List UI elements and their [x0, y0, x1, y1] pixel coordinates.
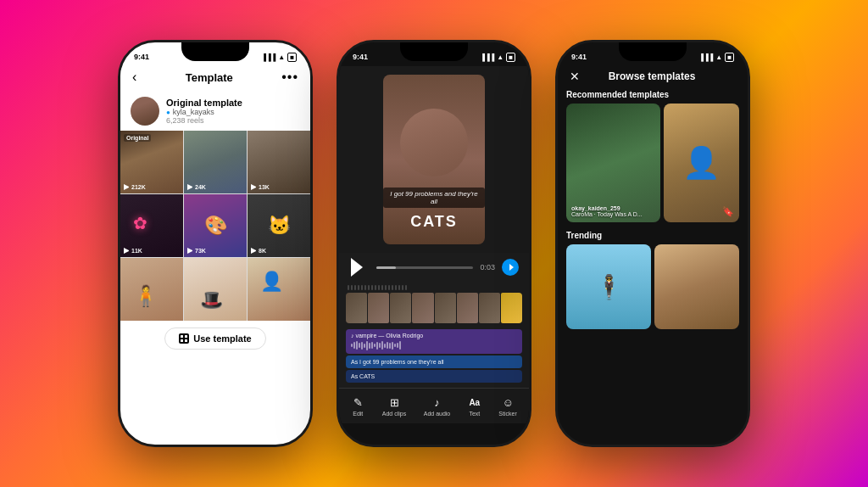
wifi-icon-right: ▲: [715, 53, 722, 61]
template-info: Original template ● kyla_kayaks 6,238 re…: [166, 98, 242, 125]
play-icon: [124, 184, 130, 190]
toolbar-add-audio[interactable]: ♪ Add audio: [424, 395, 451, 417]
battery-icon: ■: [287, 53, 297, 62]
template-icon: [179, 333, 189, 344]
grid-cell-6[interactable]: 🐱 8K: [248, 194, 310, 257]
grid-cell-8[interactable]: 🎩: [184, 258, 247, 321]
cell-views-6: 8K: [251, 248, 266, 254]
grid-cell-1[interactable]: Original 212K: [120, 131, 183, 193]
status-icons-right: ▐▐▐ ▲ ■: [698, 53, 734, 62]
audio-track-2[interactable]: As I got 99 problems one they're all: [346, 355, 522, 368]
avatar-image: [131, 97, 159, 126]
edit-icon: ✎: [351, 395, 364, 409]
play-icon: [124, 248, 130, 254]
clip-chunk-yellow: [501, 293, 522, 323]
back-button[interactable]: ‹: [132, 70, 136, 85]
cell-views-2: 24K: [187, 184, 206, 190]
notch-mid: [400, 42, 468, 61]
wifi-icon-mid: ▲: [497, 53, 504, 61]
add-clips-label: Add clips: [382, 411, 406, 417]
clip-chunk-3: [390, 293, 411, 323]
svg-rect-3: [185, 339, 187, 342]
cell-views-3: 13K: [251, 184, 270, 190]
grid-cell-3[interactable]: 13K: [248, 131, 310, 193]
video-text-overlay: I got 99 problems and they're all: [383, 188, 485, 208]
recommended-video-row: okay_kaiden_259 CaroMa · Today Was A D..…: [566, 104, 739, 222]
sticker-icon: ☺: [501, 395, 515, 409]
clip-chunk-7: [479, 293, 500, 323]
grid-cell-7[interactable]: 🧍: [120, 258, 183, 321]
rec-cell-2[interactable]: 👤 🔖: [664, 104, 739, 222]
trending-cell-1[interactable]: 🕴: [566, 244, 651, 329]
signal-icon-right: ▐▐▐: [698, 53, 713, 61]
next-button[interactable]: [502, 259, 519, 276]
audio-waveform-1: [351, 340, 517, 350]
text-label: Text: [469, 411, 480, 417]
signal-icon: ▐▐▐: [261, 53, 275, 61]
sticker-label: Sticker: [498, 411, 516, 417]
rec-cell-1[interactable]: okay_kaiden_259 CaroMa · Today Was A D..…: [566, 104, 660, 222]
notch-right: [619, 42, 687, 61]
cell-label-original: Original: [124, 134, 151, 142]
text-icon: Aa: [468, 395, 481, 409]
play-icon: [187, 248, 193, 254]
clip-chunk-2: [368, 293, 389, 323]
play-button[interactable]: [351, 258, 370, 277]
more-button[interactable]: •••: [281, 70, 298, 85]
toolbar-edit[interactable]: ✎ Edit: [351, 395, 364, 417]
clip-strip: [346, 293, 522, 323]
grid-cell-5[interactable]: 🎨 73K: [184, 194, 247, 257]
clip-timeline[interactable]: [339, 282, 529, 329]
bookmark-icon[interactable]: 🔖: [722, 206, 734, 217]
add-audio-label: Add audio: [424, 411, 451, 417]
trending-figure-1: 🕴: [566, 244, 651, 329]
wifi-icon: ▲: [278, 53, 285, 61]
use-template-button[interactable]: Use template: [164, 327, 265, 350]
original-template-label: Original template: [166, 98, 242, 108]
reels-count: 6,238 reels: [166, 116, 242, 125]
audio-track-1[interactable]: ♪ vampire — Olivia Rodrigo: [346, 329, 522, 354]
right-phone: 9:41 ▐▐▐ ▲ ■ ✕ Browse templates Recommen…: [555, 40, 750, 447]
battery-icon-mid: ■: [506, 53, 515, 62]
play-icon: [251, 248, 257, 254]
creator-username: ● kyla_kayaks: [166, 108, 242, 116]
cell-views-5: 73K: [187, 248, 206, 254]
toolbar-text[interactable]: Aa Text: [468, 395, 481, 417]
toolbar-add-clips[interactable]: ⊞ Add clips: [382, 395, 406, 417]
clip-chunk-6: [457, 293, 478, 323]
timeline-bar[interactable]: [376, 266, 473, 269]
timeline-progress: [376, 266, 396, 269]
timeline-ticks: [346, 285, 522, 290]
left-phone: 9:41 ▐▐▐ ▲ ■ ‹ Template ••• Original tem…: [118, 40, 313, 447]
status-icons-mid: ▐▐▐ ▲ ■: [480, 53, 515, 62]
original-template-row[interactable]: Original template ● kyla_kayaks 6,238 re…: [120, 92, 310, 131]
trending-row: 🕴: [566, 244, 739, 329]
status-time-right: 9:41: [571, 53, 587, 61]
close-button[interactable]: ✕: [570, 70, 580, 83]
toolbar-sticker[interactable]: ☺ Sticker: [498, 395, 516, 417]
rec-username: okay_kaiden_259 CaroMa · Today Was A D..…: [571, 205, 643, 217]
svg-rect-0: [181, 335, 183, 338]
notch-left: [181, 42, 249, 61]
grid-cell-2[interactable]: 24K: [184, 131, 247, 193]
audio-track-3[interactable]: As CATS: [346, 370, 522, 383]
trending-cell-2[interactable]: [654, 244, 739, 329]
clip-chunk-5: [435, 293, 456, 323]
audio-track-1-label: ♪ vampire — Olivia Rodrigo: [351, 333, 423, 339]
cell-views-1: 212K: [124, 184, 146, 190]
grid-cell-4[interactable]: 11K ✿: [120, 194, 183, 257]
clip-chunk-4: [412, 293, 433, 323]
grid-cell-9[interactable]: 👤: [248, 258, 310, 321]
page-title: Template: [186, 71, 233, 84]
audio-track-2-label: As I got 99 problems one they're all: [351, 359, 444, 365]
recommended-title: Recommended templates: [566, 90, 739, 99]
recommended-section: Recommended templates okay_kaiden_259 Ca…: [558, 90, 748, 226]
avatar: [131, 97, 159, 126]
add-clips-icon: ⊞: [387, 395, 401, 409]
play-icon: [251, 184, 257, 190]
status-time-mid: 9:41: [353, 53, 368, 61]
cell-views-4: 11K: [124, 248, 142, 254]
use-template-bar: Use template: [120, 321, 310, 356]
cats-text: CATS: [410, 213, 458, 231]
mid-video-area: I got 99 problems and they're all CATS: [339, 66, 529, 253]
